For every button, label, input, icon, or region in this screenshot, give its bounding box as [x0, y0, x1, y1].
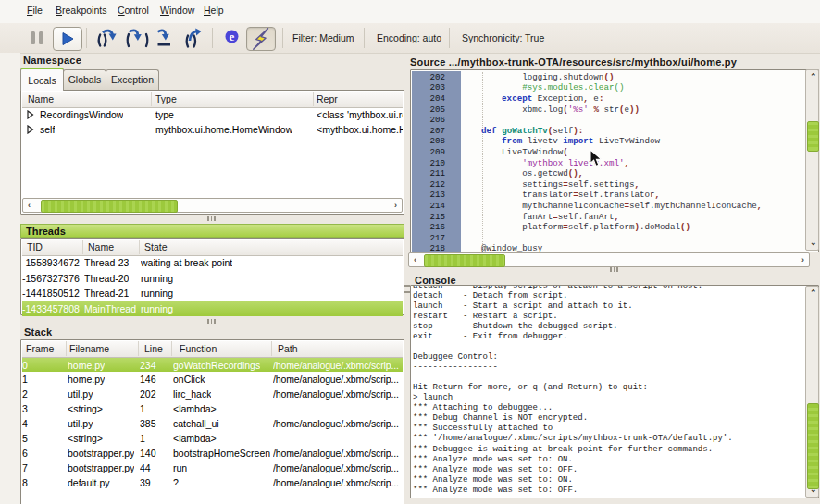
stack-row[interactable]: 0home.py234goWatchRecordings/home/analog… — [22, 358, 403, 373]
source-hscrollbar[interactable]: ‹› — [408, 252, 810, 267]
threads-row[interactable]: -1558934672Thread-23waiting at break poi… — [22, 255, 403, 270]
namespace-row[interactable]: RecordingsWindowtype<class 'mythbox.ui.r… — [22, 107, 403, 122]
menu-help[interactable]: Help — [197, 0, 230, 20]
source-token: logging.shutdown — [461, 72, 603, 82]
scroll-right-icon[interactable]: › — [394, 202, 397, 210]
console-line: *** Successfully attached to — [413, 424, 553, 434]
sash-namespace-threads[interactable] — [207, 216, 216, 221]
next-button[interactable] — [93, 27, 117, 49]
threads-row[interactable]: -1567327376Thread-20running — [22, 271, 403, 286]
scroll-left-icon[interactable]: ‹ — [414, 256, 416, 264]
analyze-button[interactable] — [246, 27, 276, 51]
source-line: fanArt=self.fanArt, — [461, 212, 619, 223]
toolbar-separator — [364, 28, 365, 48]
source-token: goWatchTv — [502, 126, 548, 136]
stack-column-filename[interactable]: Filename — [67, 341, 139, 356]
tab-locals[interactable]: Locals — [20, 68, 64, 91]
menu-bar: FileBreakpointsControlWindowHelp — [0, 0, 820, 24]
stack-row[interactable]: 1home.py146onClick/home/analogue/.xbmc/s… — [22, 372, 403, 387]
return-button[interactable] — [180, 27, 205, 49]
goto-button[interactable] — [152, 27, 176, 49]
scroll-down-icon[interactable]: ⌄ — [810, 239, 817, 247]
source-editor[interactable]: 202 logging.shutdown()203 #sys.modules.c… — [410, 69, 819, 252]
source-line-number: 217 — [416, 233, 445, 244]
stack-row[interactable]: 5<string>1<lambda> — [22, 431, 403, 446]
expander-icon[interactable] — [26, 110, 34, 119]
source-token: )) — [629, 104, 640, 115]
step-into-button[interactable] — [125, 27, 149, 49]
stack-cell-path: /home/analogue/.xbmc/scrip... — [273, 446, 399, 461]
stack-row[interactable]: 6bootstrapper.py140bootstrapHomeScreen/h… — [22, 446, 403, 461]
source-token: def — [481, 126, 497, 136]
tab-exception[interactable]: Exception — [106, 69, 159, 90]
stack-cell-frame: 2 — [22, 387, 28, 401]
stack-cell-function: goWatchRecordings — [173, 358, 260, 373]
source-vscrollbar[interactable]: ⌃⌄ — [805, 69, 819, 251]
source-line-number: 216 — [416, 222, 445, 233]
stack-cell-frame: 1 — [22, 372, 28, 387]
source-token: @window_busy — [461, 243, 542, 252]
console-line: > launch — [413, 393, 453, 403]
toolbar: e Filter: MediumEncoding: autoSynchronic… — [0, 23, 820, 54]
namespace-hscrollbar-thumb[interactable] — [41, 200, 178, 213]
scroll-up-icon[interactable]: ⌃ — [810, 73, 817, 81]
namespace-column-type[interactable]: Type — [152, 92, 314, 106]
left-margin — [0, 53, 20, 504]
expander-icon[interactable] — [26, 125, 34, 134]
encoding-e-icon: e — [225, 30, 239, 43]
stack-column-function[interactable]: Function — [172, 341, 272, 356]
go-button[interactable] — [53, 27, 82, 51]
threads-row[interactable]: -1433457808MainThreadrunning — [22, 301, 403, 316]
namespace-caption: Namespace — [23, 55, 81, 66]
stack-column-path[interactable]: Path — [272, 341, 404, 356]
namespace-column-name[interactable]: Name — [22, 92, 152, 106]
menu-mnemonic: C — [118, 5, 125, 16]
threads-column-state[interactable]: State — [140, 240, 404, 254]
menu-breakpoints[interactable]: Breakpoints — [49, 0, 113, 20]
toolbar-status-0: Filter: Medium — [292, 23, 354, 53]
threads-column-name[interactable]: Name — [83, 240, 140, 254]
threads-column-tid[interactable]: TID — [22, 240, 83, 254]
console-line: *** Analyze mode was set to: ON. — [413, 455, 573, 465]
scroll-up-icon[interactable]: ⌃ — [810, 289, 817, 298]
source-token: fanArt — [461, 212, 553, 222]
encoding-button[interactable]: e — [220, 27, 242, 49]
namespace-row[interactable]: selfmythbox.ui.home.HomeWindow<mythbox.u… — [22, 122, 403, 137]
source-token — [461, 93, 502, 104]
stack-row[interactable]: 3<string>1<lambda> — [22, 401, 403, 416]
console-vscrollbar[interactable]: ⌃⌄ — [805, 286, 819, 498]
stack-column-line[interactable]: Line — [139, 341, 172, 356]
namespace-column-repr[interactable]: Repr — [314, 92, 404, 106]
menu-window[interactable]: Window — [154, 0, 201, 20]
stack-row[interactable]: 2util.py202lirc_hack/home/analogue/.xbmc… — [22, 387, 403, 401]
stack-column-frame[interactable]: Frame — [22, 341, 67, 356]
stack-row[interactable]: 7bootstrapper.py44run/home/analogue/.xbm… — [22, 461, 403, 475]
namespace-cell-type: type — [155, 107, 174, 122]
source-line: 'mythbox_livetv.xml', — [461, 158, 629, 169]
sash-source-console[interactable] — [610, 267, 618, 272]
stack-row[interactable]: 4util.py385catchall_ui/home/analogue/.xb… — [22, 416, 403, 431]
toolbar-status-1: Encoding: auto — [377, 23, 441, 53]
source-token: e — [589, 93, 599, 104]
threads-cell-state: running — [141, 286, 173, 301]
menu-file[interactable]: File — [20, 0, 49, 20]
source-vscrollbar-thumb[interactable] — [807, 121, 819, 152]
stack-cell-frame: 8 — [22, 475, 28, 490]
source-hscrollbar-thumb[interactable] — [424, 254, 505, 267]
menu-control[interactable]: Control — [111, 0, 155, 20]
scroll-left-icon[interactable]: ‹ — [28, 202, 31, 210]
scroll-right-icon[interactable]: › — [801, 256, 804, 264]
sash-left-right[interactable] — [404, 285, 410, 293]
source-token: '%s' — [568, 104, 589, 115]
stack-cell-line: 202 — [140, 387, 156, 401]
stack-cell-filename: util.py — [68, 387, 93, 401]
threads-caption[interactable]: Threads — [20, 224, 404, 238]
sash-threads-stack[interactable] — [207, 319, 216, 324]
stack-row[interactable]: 8default.py39?/home/analogue/.xbmc/scrip… — [22, 475, 403, 490]
tab-globals[interactable]: Globals — [63, 69, 106, 90]
console-vscrollbar-thumb[interactable] — [807, 403, 819, 489]
threads-row[interactable]: -1441850512Thread-21running — [22, 286, 403, 301]
namespace-hscrollbar[interactable]: ‹› — [22, 198, 403, 213]
console-output[interactable]: attach - Display scripts or attach to a … — [410, 285, 819, 498]
console-line: Hit Return for more, or q (and Return) t… — [413, 383, 648, 393]
